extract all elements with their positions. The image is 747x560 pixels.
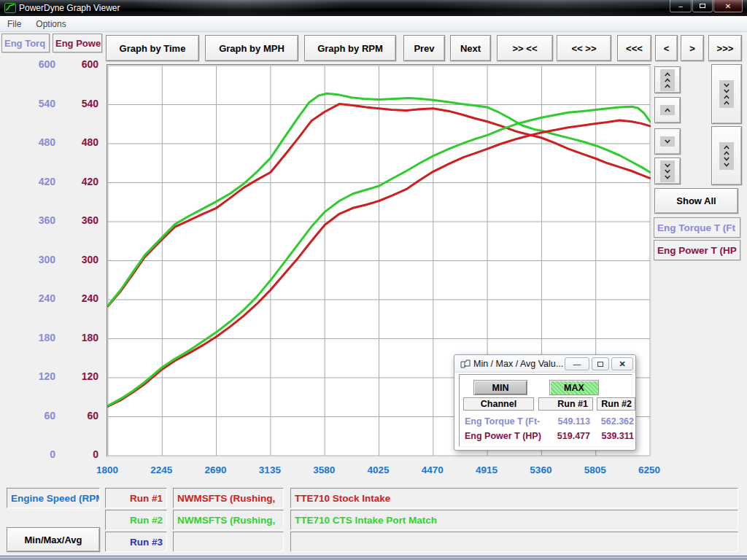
scale-up-fast-button[interactable]: [654, 66, 681, 93]
x-tick-5360: 5360: [519, 464, 562, 475]
scale-down-button[interactable]: [654, 128, 681, 155]
zoom-in-x-button[interactable]: >> <<: [497, 35, 553, 61]
menu-bar: File Options: [0, 16, 747, 32]
row-power-run2-value: 539.311: [586, 431, 634, 441]
run2-file[interactable]: NWMSFTS (Rushing,: [173, 510, 284, 530]
graph-by-rpm-button[interactable]: Graph by RPM: [304, 35, 396, 61]
x-tick-4025: 4025: [357, 464, 400, 475]
minmax-dialog-title: Min / Max / Avg Valu...: [473, 359, 563, 369]
header-run1[interactable]: Run #1: [538, 397, 593, 411]
expand-scale-button[interactable]: [711, 126, 742, 185]
minimize-button[interactable]: –: [670, 0, 692, 12]
run1-description[interactable]: TTE710 Stock Intake: [290, 488, 738, 508]
x-tick-2690: 2690: [194, 464, 238, 475]
app-window: PowerDyne Graph Viewer – ✕ File Options …: [0, 0, 747, 560]
header-channel[interactable]: Channel: [463, 397, 534, 411]
dialog-icon: [460, 359, 471, 368]
y-tick-540: 540: [21, 98, 55, 109]
x-tick-3135: 3135: [248, 464, 292, 475]
channel-power-button[interactable]: Eng Power T (HP: [654, 240, 740, 260]
next-button[interactable]: Next: [450, 35, 491, 61]
y-tick-300: 300: [21, 254, 55, 265]
y-tick-120: 120: [64, 370, 98, 382]
prev-button[interactable]: Prev: [403, 35, 445, 61]
scroll-far-left-button[interactable]: <<<: [617, 35, 651, 61]
x-tick-4915: 4915: [465, 464, 508, 475]
y-tick-420: 420: [21, 176, 55, 187]
menu-file[interactable]: File: [0, 16, 28, 31]
y-tick-60: 60: [21, 410, 55, 421]
x-tick-3580: 3580: [302, 464, 346, 475]
run1-label: Run #1: [105, 488, 167, 508]
scroll-right-button[interactable]: >: [681, 35, 704, 61]
y-tick-0: 0: [21, 448, 55, 460]
y-tick-240: 240: [64, 292, 98, 304]
show-all-button[interactable]: Show All: [654, 188, 738, 214]
y-tick-180: 180: [64, 332, 98, 343]
minmax-dialog[interactable]: Min / Max / Avg Valu... — ✕ MIN MAX Chan…: [454, 354, 636, 451]
close-button[interactable]: ✕: [713, 0, 743, 12]
zoom-out-x-button[interactable]: << >>: [557, 35, 611, 61]
y-tick-120: 120: [21, 370, 55, 382]
y-tick-360: 360: [21, 214, 55, 226]
y-tick-300: 300: [64, 254, 98, 265]
x-tick-4470: 4470: [411, 464, 454, 475]
y-tick-420: 420: [64, 176, 98, 187]
x-tick-6250: 6250: [627, 464, 671, 475]
y-tick-600: 600: [64, 58, 98, 70]
row-torque-run1-value: 549.113: [542, 416, 590, 427]
header-run2[interactable]: Run #2: [597, 397, 635, 411]
graph-by-time-button[interactable]: Graph by Time: [106, 35, 199, 61]
scroll-left-button[interactable]: <: [655, 35, 678, 61]
y-tick-480: 480: [64, 136, 98, 148]
dialog-minimize-button[interactable]: —: [565, 357, 589, 370]
channel-torque-button[interactable]: Eng Torque T (Ft: [654, 217, 740, 238]
graph-by-mph-button[interactable]: Graph by MPH: [205, 35, 298, 61]
y-tick-540: 540: [64, 98, 98, 109]
dialog-restore-button[interactable]: [592, 357, 609, 370]
y-tick-360: 360: [64, 214, 98, 226]
x-tick-2245: 2245: [139, 464, 183, 475]
axis-title-power[interactable]: Eng Powe: [53, 34, 102, 52]
y-tick-600: 600: [21, 58, 55, 70]
row-torque-run2-value: 562.362: [586, 416, 634, 427]
window-title: PowerDyne Graph Viewer: [19, 3, 120, 13]
run3-description[interactable]: [290, 532, 738, 552]
dialog-close-button[interactable]: ✕: [611, 357, 633, 370]
minmaxavg-button[interactable]: Min/Max/Avg: [7, 527, 100, 552]
run3-file[interactable]: [173, 532, 284, 552]
x-tick-1800: 1800: [85, 464, 129, 475]
compress-scale-button[interactable]: [711, 64, 742, 124]
min-toggle-button[interactable]: MIN: [473, 380, 527, 395]
y-tick-60: 60: [64, 410, 98, 421]
max-toggle-button[interactable]: MAX: [549, 380, 599, 395]
run1-file[interactable]: NWMSFTS (Rushing,: [173, 488, 284, 508]
y-tick-180: 180: [21, 332, 55, 343]
y-tick-240: 240: [21, 292, 55, 304]
x-tick-5805: 5805: [573, 464, 617, 475]
minmax-dialog-titlebar[interactable]: Min / Max / Avg Valu... — ✕: [454, 355, 635, 373]
row-power-run1-value: 519.477: [542, 431, 590, 441]
y-tick-0: 0: [64, 448, 98, 460]
x-axis-ticks: 1800224526903135358040254470491553605805…: [0, 464, 747, 478]
axis-title-torque[interactable]: Eng Torq: [1, 34, 50, 52]
title-bar[interactable]: PowerDyne Graph Viewer – ✕: [0, 0, 747, 16]
y-tick-480: 480: [21, 136, 55, 148]
x-axis-channel-button[interactable]: Engine Speed (RPM: [7, 488, 100, 508]
window-bottom-frame: [0, 553, 747, 560]
scale-up-button[interactable]: [654, 97, 681, 123]
menu-options[interactable]: Options: [28, 16, 73, 31]
app-icon: [4, 2, 16, 14]
run3-label: Run #3: [105, 532, 167, 552]
scroll-far-right-button[interactable]: >>>: [708, 35, 742, 61]
maximize-button[interactable]: [692, 0, 713, 12]
scale-down-fast-button[interactable]: [654, 158, 681, 184]
run2-label: Run #2: [105, 510, 167, 530]
run2-description[interactable]: TTE710 CTS Intake Port Match: [290, 510, 738, 530]
